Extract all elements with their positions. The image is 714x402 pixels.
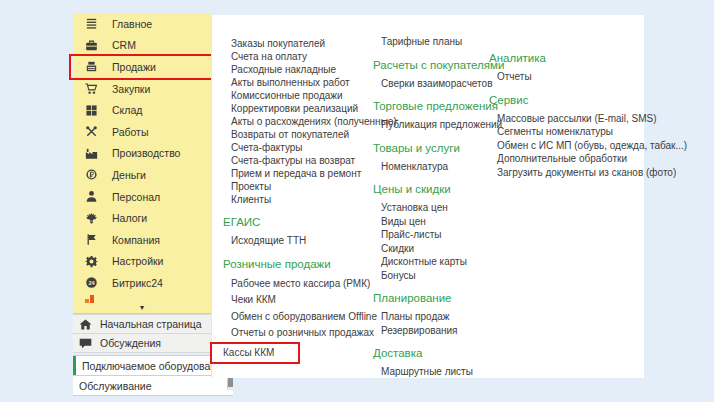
menu-link[interactable]: Акты выполненных работ bbox=[223, 76, 373, 89]
menu-link[interactable]: Прием и передача в ремонт bbox=[223, 167, 373, 180]
menu-link[interactable]: Комиссионные продажи bbox=[223, 89, 373, 102]
bottom-item-home[interactable]: Начальная страница bbox=[73, 315, 233, 334]
chevron-down-icon[interactable]: ▾ bbox=[73, 303, 211, 313]
menu-group-header[interactable]: Цены и скидки bbox=[373, 182, 489, 196]
sidebar-item-label: Персонал bbox=[112, 191, 160, 203]
sidebar-item-crm[interactable]: CRM bbox=[73, 35, 211, 57]
menu-link[interactable]: Прайс-листы bbox=[373, 228, 489, 242]
sidebar-sections: ГлавноеCRMПродажиЗакупкиСкладРаботыПроиз… bbox=[73, 13, 211, 294]
menu-link[interactable]: Рабочее место кассира (РМК) bbox=[223, 276, 373, 293]
menu-group-header[interactable]: ЕГАИС bbox=[223, 215, 373, 229]
menu-group-header[interactable]: Розничные продажи bbox=[223, 257, 373, 271]
sidebar-item-label: Настройки bbox=[112, 255, 164, 267]
menu-link[interactable]: Обмен с оборудованием Offline bbox=[223, 309, 373, 326]
sidebar-item-money[interactable]: Деньги bbox=[73, 164, 211, 186]
sidebar-item-company[interactable]: Компания bbox=[73, 229, 211, 251]
sidebar-item-bitrix24[interactable]: 24Битрикс24 bbox=[73, 272, 211, 294]
menu-link[interactable]: Возвраты от покупателей bbox=[223, 128, 373, 141]
factory-icon bbox=[84, 146, 99, 161]
menu-group: Цены и скидкиУстановка ценВиды ценПрайс-… bbox=[373, 182, 489, 282]
sidebar-item-taxes[interactable]: Налоги bbox=[73, 207, 211, 229]
menu-group-header[interactable]: Товары и услуги bbox=[373, 141, 489, 155]
menu-group-header[interactable]: Сервис bbox=[489, 93, 641, 107]
menu-group: Расчеты с покупателямиСверки взаиморасче… bbox=[373, 58, 489, 91]
sidebar-item-works[interactable]: Работы bbox=[73, 121, 211, 143]
boxes-icon bbox=[84, 103, 99, 118]
menu-link[interactable]: Скидки bbox=[373, 242, 489, 256]
menu-link[interactable]: Виды цен bbox=[373, 215, 489, 229]
menu-link[interactable]: Маршрутные листы bbox=[373, 365, 489, 379]
menu-group-header[interactable]: Торговые предложения bbox=[373, 99, 489, 113]
menu-link[interactable]: Загрузить документы из сканов (фото) bbox=[489, 166, 641, 180]
menu-column-3: АналитикаОтчетыСервисМассовые рассылки (… bbox=[489, 51, 641, 188]
menu-link[interactable]: Установка цен bbox=[373, 201, 489, 215]
menu-link[interactable]: Счета на оплату bbox=[223, 50, 373, 63]
sidebar-item-personnel[interactable]: Персонал bbox=[73, 186, 211, 208]
svg-text:24: 24 bbox=[88, 280, 95, 286]
menu-group-header[interactable]: Аналитика bbox=[489, 51, 641, 65]
briefcase-icon bbox=[84, 38, 99, 53]
menu-link[interactable]: Счета-фактуры bbox=[223, 141, 373, 154]
eagle-icon bbox=[84, 211, 99, 226]
sidebar-item-main[interactable]: Главное bbox=[73, 13, 211, 35]
sidebar-item-purchases[interactable]: Закупки bbox=[73, 78, 211, 100]
menu-link[interactable]: Дополнительные обработки bbox=[489, 152, 641, 166]
bottom-item-discussions[interactable]: Обсуждения bbox=[73, 334, 233, 353]
sidebar-item-label: Налоги bbox=[112, 212, 147, 224]
menu-link[interactable]: Проекты bbox=[223, 180, 373, 193]
menu-link[interactable]: Тарифные планы bbox=[373, 35, 489, 49]
menu-group-header[interactable]: Планирование bbox=[373, 291, 489, 305]
menu-link[interactable]: Отчеты bbox=[489, 70, 641, 84]
sidebar-bottom-items: Начальная страницаОбсуждения bbox=[73, 314, 233, 353]
sidebar-item-label: Производство bbox=[112, 147, 180, 159]
menu-link[interactable]: Массовые рассылки (E-mail, SMS) bbox=[489, 112, 641, 126]
menu-link[interactable]: Бонусы bbox=[373, 269, 489, 283]
menu-link[interactable]: Расходные накладные bbox=[223, 63, 373, 76]
cash-register-icon bbox=[84, 59, 99, 74]
menu-link[interactable]: Дисконтные карты bbox=[373, 255, 489, 269]
menu-group: ЕГАИСИсходящие ТТН bbox=[223, 215, 373, 248]
menu-link[interactable]: Сверки взаиморасчетов bbox=[373, 77, 489, 91]
menu-link[interactable]: Номенклатура bbox=[373, 160, 489, 174]
menu-link[interactable]: Отчеты о розничных продажах bbox=[223, 325, 373, 342]
menu-link[interactable]: Чеки ККМ bbox=[223, 292, 373, 309]
sidebar-item-label: Компания bbox=[112, 234, 160, 246]
flag-icon bbox=[84, 232, 99, 247]
sidebar-item-sales[interactable]: Продажи bbox=[73, 56, 211, 78]
overlay-item-equipment[interactable]: Подключаемое оборудование bbox=[73, 356, 233, 376]
sidebar-item-settings[interactable]: Настройки bbox=[73, 251, 211, 273]
bottom-item-label: Начальная страница bbox=[100, 318, 202, 330]
menu-link[interactable]: Клиенты bbox=[223, 193, 373, 206]
sidebar-item-label: Битрикс24 bbox=[112, 277, 163, 289]
functions-menu-panel: Заказы покупателейСчета на оплатуРасходн… bbox=[211, 15, 644, 378]
shopping-cart-icon bbox=[84, 81, 99, 96]
menu-link[interactable]: Планы продаж bbox=[373, 310, 489, 324]
sidebar-item-warehouse[interactable]: Склад bbox=[73, 99, 211, 121]
sidebar-item-label: Закупки bbox=[112, 83, 150, 95]
menu-link[interactable]: Счета-фактуры на возврат bbox=[223, 154, 373, 167]
menu-link[interactable]: Обмен с ИС МП (обувь, одежда, табак...) bbox=[489, 139, 641, 153]
menu-group: Розничные продажиРабочее место кассира (… bbox=[223, 257, 373, 362]
menu-link[interactable]: Корректировки реализаций bbox=[223, 102, 373, 115]
tools-icon bbox=[84, 124, 99, 139]
person-icon bbox=[84, 189, 99, 204]
menu-link[interactable]: Заказы покупателей bbox=[223, 37, 373, 50]
menu-group: Тарифные планы bbox=[373, 35, 489, 49]
menu-group: ПланированиеПланы продажРезервирования bbox=[373, 291, 489, 337]
menu-link[interactable]: Исходящие ТТН bbox=[223, 234, 373, 248]
menu-group-header[interactable]: Расчеты с покупателями bbox=[373, 58, 489, 72]
menu-lines-icon bbox=[84, 16, 99, 31]
menu-group: Товары и услугиНоменклатура bbox=[373, 141, 489, 174]
sidebar-item-label: Склад bbox=[112, 104, 142, 116]
menu-group-header[interactable]: Доставка bbox=[373, 346, 489, 360]
menu-link[interactable]: Кассы ККМ bbox=[210, 342, 300, 364]
partial-chart-icon bbox=[85, 294, 97, 303]
overlay-item-service[interactable]: Обслуживание bbox=[73, 376, 233, 396]
menu-link[interactable]: Сегменты номенклатуры bbox=[489, 125, 641, 139]
menu-column-2: Тарифные планыРасчеты с покупателямиСвер… bbox=[373, 35, 489, 388]
menu-link[interactable]: Резервирования bbox=[373, 324, 489, 338]
menu-link[interactable]: Акты о расхождениях (полученные) bbox=[223, 115, 373, 128]
menu-group: СервисМассовые рассылки (E-mail, SMS)Сег… bbox=[489, 93, 641, 180]
menu-link[interactable]: Публикация предложений bbox=[373, 118, 489, 132]
sidebar-item-production[interactable]: Производство bbox=[73, 143, 211, 165]
